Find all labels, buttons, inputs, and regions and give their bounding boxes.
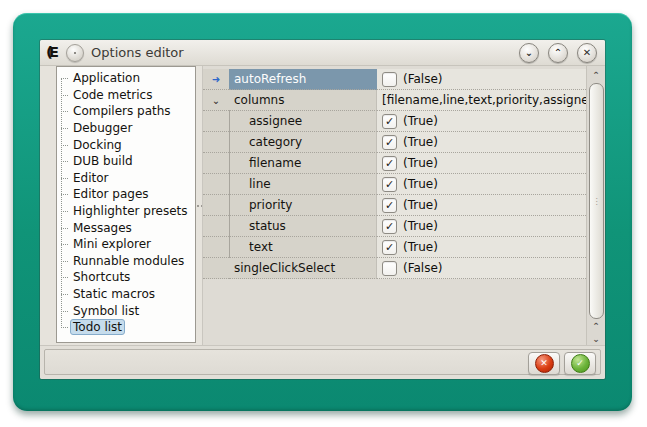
property-name: filename: [249, 156, 301, 170]
property-name-cell[interactable]: autoRefresh: [229, 69, 377, 90]
scrollbar-thumb[interactable]: ⋮: [589, 83, 604, 319]
property-name: columns: [229, 93, 284, 107]
property-name-cell[interactable]: columns: [229, 90, 377, 111]
tree-indent-line: [229, 174, 249, 194]
property-name-cell[interactable]: singleClickSelect: [229, 258, 377, 279]
row-marker[interactable]: [203, 216, 229, 237]
sidebar-item-label: Runnable modules: [70, 253, 187, 269]
checkbox[interactable]: ✓: [382, 114, 397, 129]
property-value-cell[interactable]: ✓ (True): [377, 174, 586, 195]
property-row-autoRefresh[interactable]: ➜ autoRefresh (False): [203, 69, 586, 90]
property-name-cell[interactable]: category: [229, 132, 377, 153]
property-name: text: [249, 240, 273, 254]
sidebar-item-todo-list[interactable]: Todo list: [57, 319, 195, 336]
property-grid[interactable]: ➜ autoRefresh (False) ⌄ columns [filenam…: [202, 66, 605, 346]
property-value-cell[interactable]: ✓ (True): [377, 216, 586, 237]
property-value-cell[interactable]: (False): [377, 69, 586, 90]
desktop-background: (E Options editor ⌄ ⌃ ✕ Application Code…: [0, 0, 647, 427]
property-value: (True): [403, 135, 438, 149]
close-button[interactable]: ✕: [577, 43, 597, 63]
checkbox[interactable]: ✓: [382, 135, 397, 150]
property-row-filename[interactable]: filename ✓ (True): [203, 153, 586, 174]
maximize-button[interactable]: ⌃: [548, 43, 568, 63]
sidebar-item-editor[interactable]: Editor: [57, 170, 195, 187]
sidebar-item-docking[interactable]: Docking: [57, 136, 195, 153]
property-row-assignee[interactable]: assignee ✓ (True): [203, 111, 586, 132]
property-name-cell[interactable]: line: [229, 174, 377, 195]
sidebar-item-highlighter-presets[interactable]: Highlighter presets: [57, 203, 195, 220]
property-row-columns[interactable]: ⌄ columns [filename,line,text,priority,a…: [203, 90, 586, 111]
window-menu-button[interactable]: [66, 44, 84, 62]
row-marker[interactable]: [203, 258, 229, 279]
sidebar-item-shortcuts[interactable]: Shortcuts: [57, 269, 195, 286]
row-marker[interactable]: ⌄: [203, 90, 229, 111]
property-value-cell[interactable]: (False): [377, 258, 586, 279]
sidebar-item-messages[interactable]: Messages: [57, 219, 195, 236]
scroll-up-button[interactable]: ⌃: [587, 69, 605, 81]
sidebar-item-compilers-paths[interactable]: Compilers paths: [57, 103, 195, 120]
sidebar-item-application[interactable]: Application: [57, 70, 195, 87]
checkbox[interactable]: ✓: [382, 219, 397, 234]
row-marker[interactable]: [203, 237, 229, 258]
sidebar-item-debugger[interactable]: Debugger: [57, 120, 195, 137]
property-value-cell[interactable]: ✓ (True): [377, 153, 586, 174]
checkbox[interactable]: ✓: [382, 198, 397, 213]
sidebar-item-editor-pages[interactable]: Editor pages: [57, 186, 195, 203]
property-value-cell[interactable]: ✓ (True): [377, 195, 586, 216]
row-marker[interactable]: [203, 153, 229, 174]
checkbox[interactable]: ✓: [382, 156, 397, 171]
property-value-cell[interactable]: ✓ (True): [377, 237, 586, 258]
window-title: Options editor: [91, 45, 512, 60]
footer-panel: ✕ ✓: [44, 349, 601, 375]
sidebar-item-label: Application: [70, 70, 143, 86]
property-row-text[interactable]: text ✓ (True): [203, 237, 586, 258]
property-value-cell[interactable]: [filename,line,text,priority,assigne: [377, 90, 586, 111]
sidebar-item-code-metrics[interactable]: Code metrics: [57, 87, 195, 104]
row-marker[interactable]: [203, 132, 229, 153]
property-value-cell[interactable]: ✓ (True): [377, 132, 586, 153]
property-value: (True): [403, 114, 438, 128]
property-name-cell[interactable]: text: [229, 237, 377, 258]
sidebar-item-runnable-modules[interactable]: Runnable modules: [57, 253, 195, 270]
property-value-cell[interactable]: ✓ (True): [377, 111, 586, 132]
checkbox[interactable]: [382, 261, 397, 276]
property-row-line[interactable]: line ✓ (True): [203, 174, 586, 195]
sidebar-item-dub-build[interactable]: DUB build: [57, 153, 195, 170]
sidebar-item-static-macros[interactable]: Static macros: [57, 286, 195, 303]
vertical-scrollbar[interactable]: ⌃ ⋮ ⌃ ⌄: [586, 66, 605, 346]
row-marker[interactable]: [203, 195, 229, 216]
row-marker[interactable]: [203, 111, 229, 132]
cancel-button[interactable]: ✕: [528, 352, 560, 375]
property-row-priority[interactable]: priority ✓ (True): [203, 195, 586, 216]
tree-indent-line: [229, 216, 249, 236]
ok-check-icon: ✓: [571, 354, 590, 373]
property-name-cell[interactable]: assignee: [229, 111, 377, 132]
sidebar-item-symbol-list[interactable]: Symbol list: [57, 302, 195, 319]
property-row-singleClickSelect[interactable]: singleClickSelect (False): [203, 258, 586, 279]
row-marker[interactable]: [203, 174, 229, 195]
property-value: [filename,line,text,priority,assigne: [382, 93, 586, 107]
sidebar-item-mini-explorer[interactable]: Mini explorer: [57, 236, 195, 253]
checkbox[interactable]: ✓: [382, 177, 397, 192]
category-tree-panel[interactable]: Application Code metrics Compilers paths…: [56, 66, 196, 343]
property-row-status[interactable]: status ✓ (True): [203, 216, 586, 237]
property-name-cell[interactable]: filename: [229, 153, 377, 174]
shade-button[interactable]: ⌄: [519, 43, 539, 63]
titlebar[interactable]: (E Options editor ⌄ ⌃ ✕: [40, 40, 605, 66]
checkbox[interactable]: [382, 72, 397, 87]
property-row-category[interactable]: category ✓ (True): [203, 132, 586, 153]
checkbox[interactable]: ✓: [382, 240, 397, 255]
ok-button[interactable]: ✓: [564, 352, 596, 375]
scroll-down-button[interactable]: ⌄: [587, 333, 605, 345]
property-name-cell[interactable]: priority: [229, 195, 377, 216]
cancel-x-icon: ✕: [535, 354, 554, 373]
chevron-up-icon: ⌃: [554, 48, 562, 58]
property-value: (True): [403, 156, 438, 170]
sidebar-item-label: Static macros: [70, 286, 158, 302]
scroll-up-button-bottom[interactable]: ⌃: [587, 320, 605, 332]
property-name: singleClickSelect: [229, 261, 335, 275]
thumb-grip-icon: ⋮: [593, 197, 601, 206]
tree-indent-line: [229, 153, 249, 173]
row-marker[interactable]: ➜: [203, 69, 229, 90]
property-name-cell[interactable]: status: [229, 216, 377, 237]
